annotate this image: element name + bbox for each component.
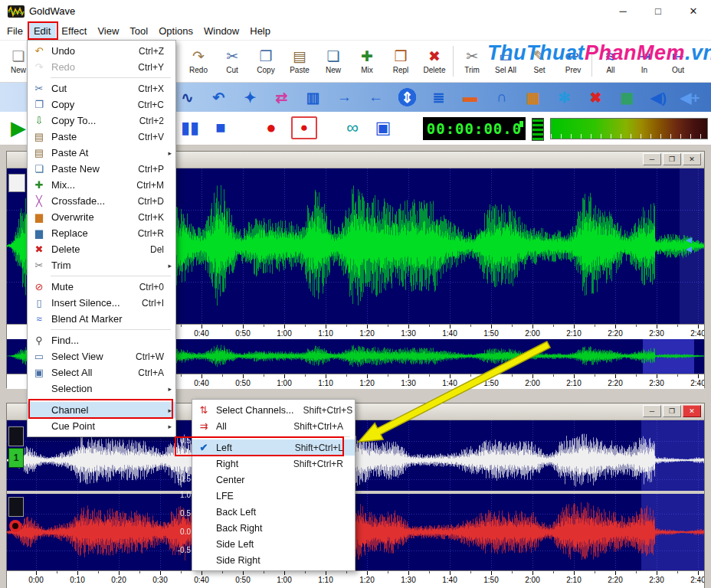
arrow-right-icon[interactable]: →	[329, 83, 360, 112]
menubar-item-tool[interactable]: Tool	[124, 23, 153, 40]
menu-item-select-all[interactable]: ▣Select AllCtrl+A	[28, 364, 175, 381]
channel-2-meter[interactable]	[8, 497, 24, 517]
channel-2-badge[interactable]	[9, 520, 21, 532]
menu-item-blend-at-marker[interactable]: ≈Blend At Marker	[28, 311, 175, 327]
menu-item-back-left[interactable]: Back Left	[192, 504, 355, 520]
menu-item-replace[interactable]: ▆ReplaceCtrl+R	[28, 225, 175, 241]
menu-item-right[interactable]: RightShift+Ctrl+R	[192, 456, 355, 472]
toolbar-button-copy[interactable]: ❐Copy	[249, 43, 283, 80]
app-minimize-button[interactable]: ─	[605, 0, 641, 23]
rainbow-grid-icon[interactable]: ▦	[517, 83, 549, 112]
record-selection-button[interactable]: ●	[291, 116, 317, 139]
menu-item-insert-silence[interactable]: ▯Insert Silence...Ctrl+I	[28, 295, 175, 311]
menu-item-delete[interactable]: ✖DeleteDel	[28, 241, 175, 257]
menu-item-paste-at[interactable]: ▤Paste At▸	[28, 145, 175, 161]
toolbar-button-paste[interactable]: ▤Paste	[283, 43, 316, 80]
arrow-left-icon[interactable]: ←	[360, 83, 392, 112]
window2-close-button[interactable]: ✕	[683, 405, 701, 417]
bar-chart-icon[interactable]: ▥	[297, 83, 329, 112]
menubar-item-options[interactable]: Options	[153, 23, 198, 40]
red-x-icon[interactable]: ✖	[580, 83, 611, 112]
equalizer-icon[interactable]: ≣	[423, 83, 454, 112]
menu-item-selection[interactable]: Selection▸	[28, 381, 175, 397]
menu-item-crossfade[interactable]: ╳Crossfade...Ctrl+D	[28, 193, 175, 209]
menu-item-overwrite[interactable]: ▆OverwriteCtrl+K	[28, 209, 175, 225]
menu-item-paste[interactable]: ▤PasteCtrl+V	[28, 129, 175, 145]
menu-item-mute[interactable]: ⊘MuteCtrl+0	[28, 279, 175, 295]
menu-item-side-right[interactable]: Side Right	[192, 552, 355, 568]
toolbar-button-redo[interactable]: ↷Redo	[182, 43, 215, 80]
menu-item-left[interactable]: ✔LeftShift+Ctrl+L	[192, 439, 355, 456]
select-view-icon: ▭	[30, 351, 48, 362]
sparkle-icon[interactable]: ✦	[234, 83, 266, 112]
toolbar-button-select-all[interactable]: ▭Sel All	[489, 43, 523, 80]
wave-pencil-icon[interactable]: ∿	[172, 83, 203, 112]
app-titlebar[interactable]: GoldWave ─ □ ✕	[0, 0, 711, 23]
channel-badge[interactable]	[8, 174, 25, 192]
menu-item-copy[interactable]: ❐CopyCtrl+C	[28, 96, 175, 113]
monitor-button[interactable]: ▣	[368, 114, 398, 142]
app-maximize-button[interactable]: □	[641, 0, 676, 23]
pause-button[interactable]: ▮▮	[175, 114, 205, 142]
channel-1-badge[interactable]: 1	[8, 448, 24, 468]
window1-restore-button[interactable]: ❐	[663, 153, 681, 165]
paste-new-icon: ❏	[326, 48, 339, 65]
menu-item-center[interactable]: Center	[192, 472, 355, 488]
menubar-item-window[interactable]: Window	[198, 23, 244, 40]
speaker-icon[interactable]: ◀)	[643, 83, 674, 112]
menu-item-trim[interactable]: ✂Trim▸	[28, 257, 175, 273]
channel-1-meter[interactable]	[8, 426, 24, 446]
window2-restore-button[interactable]: ❐	[663, 405, 681, 417]
menu-item-select-channels[interactable]: ⇅Select Channels...Shift+Ctrl+S	[192, 402, 355, 418]
menu-item-lfe[interactable]: LFE	[192, 488, 355, 504]
app-close-button[interactable]: ✕	[676, 0, 711, 23]
window1-minimize-button[interactable]: ─	[643, 153, 661, 165]
menu-item-back-right[interactable]: Back Right	[192, 520, 355, 536]
menu-item-undo[interactable]: ↶UndoCtrl+Z	[28, 43, 175, 59]
mix-icon: ✚	[361, 48, 373, 65]
toolbar-button-in[interactable]: ⇥In	[627, 43, 661, 80]
toolbar-button-all[interactable]: ≋All	[594, 43, 627, 80]
menu-item-all[interactable]: ⇉AllShift+Ctrl+A	[192, 418, 355, 434]
menu-item-cue-point[interactable]: Cue Point▸	[28, 418, 175, 434]
menubar-item-file[interactable]: File	[2, 23, 28, 40]
menu-item-side-left[interactable]: Side Left	[192, 536, 355, 552]
toolbar-button-mix[interactable]: ✚Mix	[350, 43, 384, 80]
loop-button[interactable]: ∞	[337, 114, 368, 142]
waveform-right-channel[interactable]	[7, 494, 704, 570]
time-ruler-2[interactable]: 0:000:100:200:300:400:501:001:101:201:30…	[7, 570, 704, 588]
menu-item-channel[interactable]: Channel▸	[28, 402, 175, 418]
undo-arrow-icon[interactable]: ↶	[203, 83, 234, 112]
swap-pages-icon[interactable]: ⇄	[266, 83, 297, 112]
menu-item-copy-to[interactable]: ⇩Copy To...Ctrl+2	[28, 113, 175, 129]
rainbow-grid-2-icon[interactable]: ▩	[611, 83, 643, 112]
menubar-item-effect[interactable]: Effect	[56, 23, 92, 40]
window1-close-button[interactable]: ✕	[683, 153, 701, 165]
menu-item-find[interactable]: ⚲Find...	[28, 332, 175, 348]
replace-icon: ▆	[30, 227, 48, 239]
toolbar-button-delete[interactable]: ✖Delete	[418, 43, 451, 80]
speaker-light-icon[interactable]: ◀+	[674, 83, 706, 112]
menubar-item-view[interactable]: View	[92, 23, 124, 40]
toolbar-button-prev[interactable]: ↩Prev	[556, 43, 590, 80]
menu-item-redo[interactable]: ↷RedoCtrl+Y	[28, 59, 175, 75]
arch-icon[interactable]: ∩	[486, 83, 517, 112]
menu-item-paste-new[interactable]: ❏Paste NewCtrl+P	[28, 161, 175, 177]
menu-item-mix[interactable]: ✚Mix...Ctrl+M	[28, 177, 175, 193]
expand-vertical-icon[interactable]: ⇕	[392, 83, 423, 112]
starburst-icon[interactable]: ✻	[549, 83, 580, 112]
rainbow-bar-icon[interactable]: ▬	[454, 83, 486, 112]
menubar-item-help[interactable]: Help	[244, 23, 276, 40]
toolbar-button-cut[interactable]: ✂Cut	[215, 43, 249, 80]
stop-button[interactable]: ■	[205, 114, 236, 142]
toolbar-button-out[interactable]: ⇤Out	[661, 43, 695, 80]
window2-minimize-button[interactable]: ─	[643, 405, 661, 417]
toolbar-button-paste-new[interactable]: ❏New	[316, 43, 350, 80]
menu-item-cut[interactable]: ✂CutCtrl+X	[28, 80, 175, 96]
record-button[interactable]: ●	[256, 114, 287, 142]
toolbar-button-set[interactable]: ✎Set	[523, 43, 556, 80]
menubar-item-edit[interactable]: Edit	[28, 23, 56, 40]
menu-item-select-view[interactable]: ▭Select ViewCtrl+W	[28, 348, 175, 364]
toolbar-button-replace[interactable]: ❒Repl	[384, 43, 418, 80]
toolbar-button-trim[interactable]: ✂Trim	[455, 43, 489, 80]
